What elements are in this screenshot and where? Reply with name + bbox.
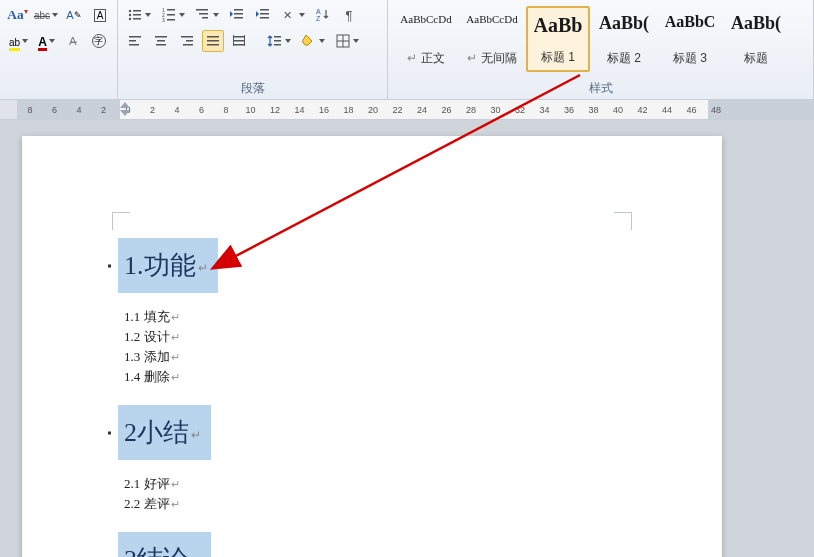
margin-corner-icon	[614, 212, 632, 230]
svg-rect-11	[167, 19, 175, 21]
heading-1[interactable]: 3结论↵	[118, 532, 211, 557]
change-case-button[interactable]: abc	[33, 4, 59, 26]
svg-rect-35	[207, 36, 219, 38]
return-mark-icon: ↵	[171, 498, 180, 510]
ruler-tick: 16	[318, 100, 330, 119]
align-distributed-button[interactable]	[228, 30, 250, 52]
heading-1[interactable]: 1.功能↵	[118, 238, 218, 293]
sub-item[interactable]: 2.1 好评↵	[124, 474, 618, 494]
svg-text:3: 3	[162, 17, 165, 23]
style-item[interactable]: AaBb(标题	[724, 6, 788, 72]
svg-text:Z: Z	[316, 15, 321, 22]
sub-item[interactable]: 1.1 填充↵	[124, 307, 618, 327]
align-right-button[interactable]	[176, 30, 198, 52]
margin-corner-icon	[112, 212, 130, 230]
align-justify-button[interactable]	[202, 30, 224, 52]
heading-text: 结论	[137, 545, 189, 557]
shading-button[interactable]	[298, 30, 328, 52]
character-shading-button[interactable]: A̶	[62, 30, 84, 52]
highlight-color-button[interactable]: ab	[6, 30, 31, 52]
sub-item[interactable]: 1.2 设计↵	[124, 327, 618, 347]
svg-rect-26	[129, 36, 141, 38]
style-item[interactable]: AaBbC标题 3	[658, 6, 722, 72]
ruler-tick: 2	[98, 100, 110, 119]
return-mark-icon: ↵	[171, 351, 180, 363]
enclose-characters-button[interactable]: 字	[88, 30, 110, 52]
font-color-button[interactable]: A	[35, 30, 58, 52]
svg-rect-16	[234, 13, 243, 15]
ruler-corner[interactable]	[0, 100, 18, 119]
svg-text:✕: ✕	[283, 9, 292, 21]
svg-marker-22	[256, 11, 259, 17]
style-label: ↵ 无间隔	[467, 50, 516, 67]
svg-rect-19	[260, 9, 269, 11]
heading-1[interactable]: 2小结↵	[118, 405, 211, 460]
svg-rect-7	[167, 9, 175, 11]
paragraph-mark-icon	[108, 431, 111, 434]
multilevel-list-button[interactable]	[192, 4, 222, 26]
character-border-button[interactable]: A	[89, 4, 111, 26]
ruler-tick: 10	[245, 100, 257, 119]
svg-rect-9	[167, 14, 175, 16]
asian-layout-button[interactable]: ✕	[278, 4, 308, 26]
ruler-tick: 28	[465, 100, 477, 119]
increase-indent-button[interactable]	[252, 4, 274, 26]
style-label: 标题 1	[541, 49, 575, 66]
style-preview: AaBb	[534, 14, 583, 37]
style-item[interactable]: AaBb(标题 2	[592, 6, 656, 72]
heading-text: 功能	[144, 251, 196, 280]
sub-item[interactable]: 2.2 差评↵	[124, 494, 618, 514]
return-mark-icon: ↵	[171, 371, 180, 383]
bullets-button[interactable]	[124, 4, 154, 26]
phonetic-guide-button[interactable]: A✎	[63, 4, 85, 26]
svg-rect-20	[260, 13, 269, 15]
svg-point-4	[129, 18, 131, 20]
style-item[interactable]: AaBbCcDd↵ 无间隔	[460, 6, 524, 72]
sort-button[interactable]: AZ	[312, 4, 334, 26]
heading-number: 2	[124, 418, 137, 447]
return-mark-icon: ↵	[198, 261, 208, 275]
sub-item[interactable]: 1.4 删除↵	[124, 367, 618, 387]
svg-rect-40	[233, 44, 245, 46]
align-left-button[interactable]	[124, 30, 146, 52]
ruler-tick: 4	[73, 100, 85, 119]
borders-button[interactable]	[332, 30, 362, 52]
align-center-button[interactable]	[150, 30, 172, 52]
sub-item[interactable]: 1.3 添加↵	[124, 347, 618, 367]
page[interactable]: 1.功能↵1.1 填充↵1.2 设计↵1.3 添加↵1.4 删除↵2小结↵2.1…	[22, 136, 722, 557]
style-item[interactable]: AaBbCcDd↵ 正文	[394, 6, 458, 72]
line-spacing-button[interactable]	[264, 30, 294, 52]
style-label: 标题 3	[673, 50, 707, 67]
style-preview: AaBbCcDd	[466, 13, 517, 25]
style-label: 标题 2	[607, 50, 641, 67]
style-preview: AaBb(	[731, 13, 781, 34]
document-content[interactable]: 1.功能↵1.1 填充↵1.2 设计↵1.3 添加↵1.4 删除↵2小结↵2.1…	[118, 230, 618, 557]
svg-rect-17	[234, 17, 243, 19]
ruler-tick: 38	[588, 100, 600, 119]
heading-number: 3	[124, 545, 137, 557]
ruler-tick: 14	[294, 100, 306, 119]
style-label: ↵ 正文	[407, 50, 444, 67]
svg-rect-36	[207, 40, 219, 42]
numbering-button[interactable]: 123	[158, 4, 188, 26]
ruler-tick: 24	[416, 100, 428, 119]
svg-rect-13	[199, 13, 208, 15]
decrease-indent-button[interactable]	[226, 4, 248, 26]
horizontal-ruler[interactable]: 8642024681012141618202224262830323436384…	[18, 100, 814, 119]
ruler-tick: 4	[171, 100, 183, 119]
style-item[interactable]: AaBb标题 1	[526, 6, 590, 72]
heading-text: 小结	[137, 418, 189, 447]
svg-rect-42	[244, 35, 245, 46]
svg-point-2	[129, 14, 131, 16]
heading-number: 1.	[124, 251, 144, 280]
grow-shrink-font-button[interactable]: Aa ▾	[6, 4, 29, 26]
svg-rect-39	[233, 40, 245, 42]
return-mark-icon: ↵	[171, 311, 180, 323]
svg-rect-3	[133, 14, 141, 16]
ruler-tick: 44	[661, 100, 673, 119]
show-marks-button[interactable]: ¶	[338, 4, 360, 26]
svg-rect-28	[129, 44, 139, 46]
svg-rect-41	[233, 35, 234, 46]
ruler-tick: 32	[514, 100, 526, 119]
indent-marker-icon[interactable]	[120, 102, 130, 116]
